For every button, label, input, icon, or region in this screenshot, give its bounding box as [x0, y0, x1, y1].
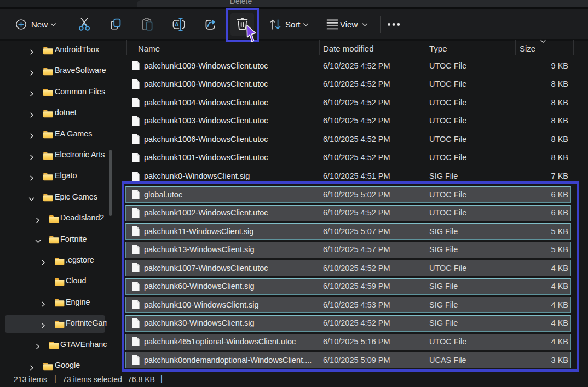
svg-text:A: A — [175, 21, 179, 27]
